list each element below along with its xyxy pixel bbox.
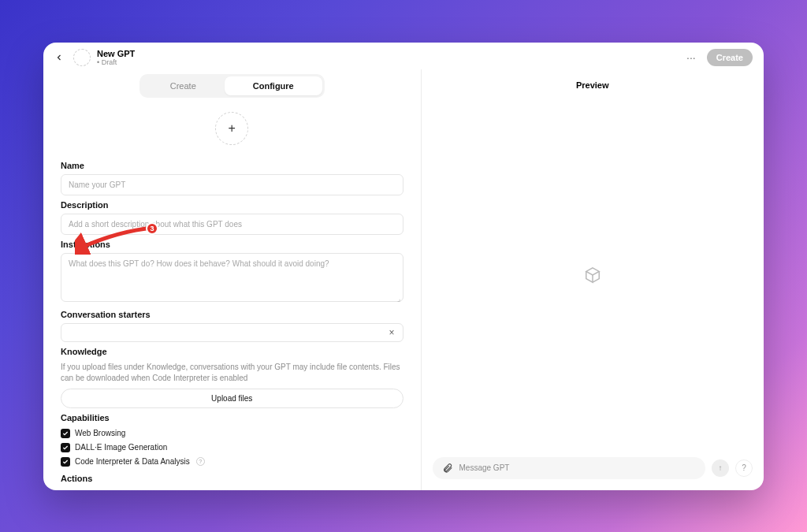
configure-panel: Create Configure + Name Description Inst… (43, 69, 422, 490)
knowledge-hint: If you upload files under Knowledge, con… (61, 362, 404, 384)
gpt-avatar-placeholder (73, 49, 91, 66)
conversation-starter-row: × (61, 323, 404, 342)
back-button[interactable] (51, 50, 67, 65)
top-bar: New GPT • Draft ··· Create (43, 43, 764, 69)
description-input[interactable] (61, 214, 404, 235)
preview-body (422, 101, 764, 449)
arrow-up-icon: ↑ (719, 463, 723, 472)
conversation-starters-label: Conversation starters (61, 310, 404, 319)
name-input[interactable] (61, 174, 404, 195)
checkbox-checked-icon (61, 429, 70, 438)
upload-files-button[interactable]: Upload files (61, 389, 404, 408)
message-row: ↑ ? (422, 449, 764, 490)
tabs: Create Configure (61, 69, 404, 98)
app-window: New GPT • Draft ··· Create Create Config… (43, 43, 764, 490)
capability-label: Web Browsing (75, 429, 125, 437)
preview-panel: Preview ↑ ? (422, 69, 764, 490)
capabilities-label: Capabilities (61, 413, 404, 422)
chevron-left-icon (54, 53, 64, 62)
tab-create[interactable]: Create (142, 76, 225, 95)
capability-label: Code Interpreter & Data Analysis (75, 457, 190, 466)
actions-label: Actions (61, 474, 404, 483)
name-label: Name (61, 161, 404, 170)
page-subtitle: • Draft (97, 58, 135, 66)
attachment-icon[interactable] (442, 463, 453, 474)
instructions-input[interactable] (61, 253, 404, 302)
capability-web-browsing[interactable]: Web Browsing (61, 429, 404, 438)
help-button[interactable]: ? (735, 459, 753, 477)
knowledge-label: Knowledge (61, 347, 404, 356)
capability-code-interpreter[interactable]: Code Interpreter & Data Analysis ? (61, 457, 404, 467)
title-block: New GPT • Draft (97, 49, 135, 66)
info-icon[interactable]: ? (196, 457, 205, 466)
preview-title: Preview (422, 69, 764, 101)
tab-configure[interactable]: Configure (225, 76, 322, 95)
capability-dalle[interactable]: DALL·E Image Generation (61, 443, 404, 452)
capability-label: DALL·E Image Generation (75, 443, 167, 452)
checkbox-checked-icon (61, 443, 70, 452)
conversation-starter-input[interactable] (69, 328, 385, 337)
page-title: New GPT (97, 49, 135, 58)
instructions-label: Instructions (61, 240, 404, 249)
content-split: Create Configure + Name Description Inst… (43, 69, 764, 490)
image-upload[interactable]: + (215, 112, 248, 145)
send-button[interactable]: ↑ (712, 459, 729, 477)
message-input[interactable] (459, 463, 697, 472)
cube-icon (584, 266, 601, 284)
question-icon: ? (742, 463, 746, 472)
remove-starter-button[interactable]: × (385, 327, 397, 338)
close-icon: × (389, 327, 394, 338)
checkbox-checked-icon (61, 457, 70, 467)
message-box (433, 457, 706, 479)
more-menu-button[interactable]: ··· (682, 51, 701, 64)
description-label: Description (61, 200, 404, 210)
plus-icon: + (229, 121, 236, 136)
create-button[interactable]: Create (707, 49, 753, 66)
